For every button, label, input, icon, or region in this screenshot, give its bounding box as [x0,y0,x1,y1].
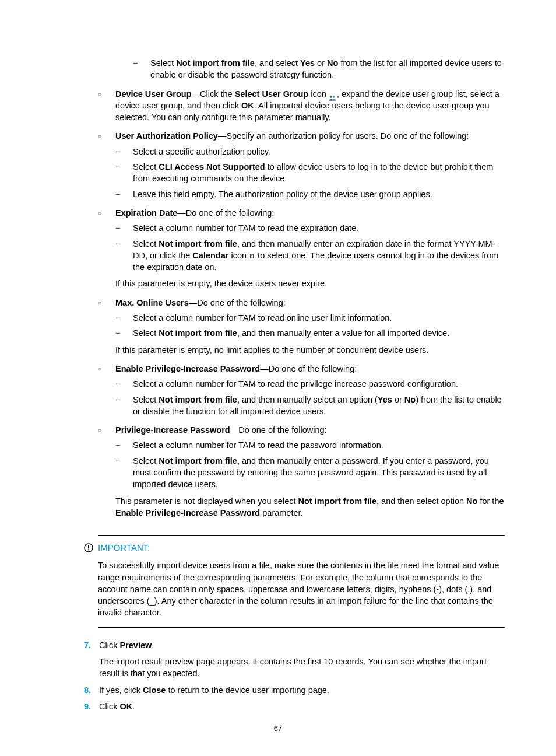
text-bold: Not import from file [298,496,377,506]
circle-bullet: ○ [98,207,115,219]
dash-bullet: − [115,439,133,451]
text-bold: No [404,395,416,404]
text-bold: Not import from file [176,58,255,68]
user-group-icon [329,92,337,97]
step-number: 7. [84,639,99,680]
text: Select [133,328,159,338]
dash-item: − Select a column number for TAM to read… [115,378,505,390]
text: Select [133,456,159,466]
text-bold: Yes [378,395,392,404]
text: for the [477,496,504,506]
item-title: Privilege-Increase Password [115,425,230,435]
dash-item: − Select a column number for TAM to read… [115,439,505,451]
dash-item: − Select Not import from file, and then … [115,238,505,274]
item-title: Max. Online Users [115,298,189,307]
dash-bullet: − [115,455,133,491]
text-bold: Not import from file [159,239,237,249]
calendar-icon: 🗓 [249,252,255,261]
step-number: 9. [84,701,99,712]
important-label: IMPORTANT: [98,541,150,554]
circle-bullet: ○ [98,130,115,142]
dash-body: Select Not import from file, and then ma… [133,394,505,418]
dash-body: Select a specific authorization policy. [133,146,505,158]
dash-list: − Select a column number for TAM to read… [115,439,505,490]
important-header: IMPORTANT: [98,541,505,554]
text: . [152,640,154,650]
step-sub: The import result preview page appears. … [99,656,505,680]
text-bold: No [466,496,477,506]
circle-bullet: ○ [98,363,115,374]
circle-body: Enable Privilege-Increase Password—Do on… [115,363,505,374]
text: , and then manually enter a value for al… [237,328,449,338]
text: Click [99,702,119,711]
text: —Specify an authorization policy for use… [218,131,469,141]
text-bold: Not import from file [159,328,237,338]
dash-list: − Select a specific authorization policy… [115,146,505,200]
text-bold: Preview [119,640,152,650]
text-bold: Select User Group [235,89,309,99]
page: − Select Not import from file, and selec… [0,0,556,756]
dash-bullet: − [133,57,150,81]
text: If yes, click [99,685,143,695]
dash-list: − Select a column number for TAM to read… [115,378,505,417]
text: or [392,395,404,404]
dash-body: Select Not import from file, and select … [150,57,505,81]
dash-item: − Select Not import from file, and selec… [133,57,505,81]
dash-body: Select Not import from file, and then ma… [133,238,505,274]
text: . [132,702,135,711]
dash-item: − Leave this field empty. The authorizat… [115,188,505,200]
dash-bullet: − [115,238,133,274]
text-bold: Calendar [192,251,228,260]
circle-body: Privilege-Increase Password—Do one of th… [115,424,505,436]
circle-item-expiration-date: ○ Expiration Date—Do one of the followin… [98,207,505,219]
step-number: 8. [84,684,99,696]
dash-bullet: − [115,312,133,324]
text-bold: OK [119,702,132,711]
dash-item: − Select a column number for TAM to read… [115,312,505,324]
circle-body: Expiration Date—Do one of the following: [115,207,505,219]
text: icon [228,251,249,260]
followup-text: If this parameter is empty, no limit app… [115,344,505,356]
circle-bullet: ○ [98,297,115,309]
circle-bullet: ○ [98,88,115,124]
dash-body: Select a column number for TAM to read t… [133,378,505,390]
dash-item: − Select CLI Access Not Supported to all… [115,161,505,185]
dash-bullet: − [115,394,133,418]
text-bold: Enable Privilege-Increase Password [115,508,260,517]
text-bold: No [327,58,338,68]
dash-bullet: − [115,327,133,339]
dash-item: − Select a column number for TAM to read… [115,222,505,234]
dash-bullet: − [115,161,133,185]
text: Click [99,640,119,650]
text: , and select [255,58,300,68]
important-body: To successfully import device users from… [98,559,505,618]
text: —Click the [192,89,235,99]
content-area: − Select Not import from file, and selec… [98,57,505,519]
alert-icon [84,543,93,552]
numbered-list: 7. Click Preview. The import result prev… [84,639,505,712]
followup-text: If this parameter is empty, the device u… [115,278,505,289]
item-title: User Authorization Policy [115,131,218,141]
text-bold: Close [143,685,166,695]
circle-body: User Authorization Policy—Specify an aut… [115,130,505,142]
circle-item-priv-increase-password: ○ Privilege-Increase Password—Do one of … [98,424,505,436]
text-bold: CLI Access Not Supported [159,162,265,172]
circle-bullet: ○ [98,424,115,436]
text-bold: Not import from file [159,395,237,404]
dash-item: − Select Not import from file, and then … [115,394,505,418]
circle-item-max-online-users: ○ Max. Online Users—Do one of the follow… [98,297,505,309]
text: to return to the device user importing p… [166,685,329,695]
dash-body: Select a column number for TAM to read t… [133,439,505,451]
dash-body: Leave this field empty. The authorizatio… [133,188,505,200]
text-bold: Yes [300,58,315,68]
circle-item-user-auth-policy: ○ User Authorization Policy—Specify an a… [98,130,505,142]
circle-body: Max. Online Users—Do one of the followin… [115,297,505,309]
text: parameter. [260,508,302,517]
svg-rect-4 [88,549,89,550]
important-block: IMPORTANT: To successfully import device… [98,535,505,627]
dash-item: − Select Not import from file, and then … [115,327,505,339]
dash-body: Select CLI Access Not Supported to allow… [133,161,505,185]
text: —Do one of the following: [177,208,274,218]
dash-body: Select a column number for TAM to read o… [133,312,505,324]
step-body: Click OK. [99,701,505,712]
